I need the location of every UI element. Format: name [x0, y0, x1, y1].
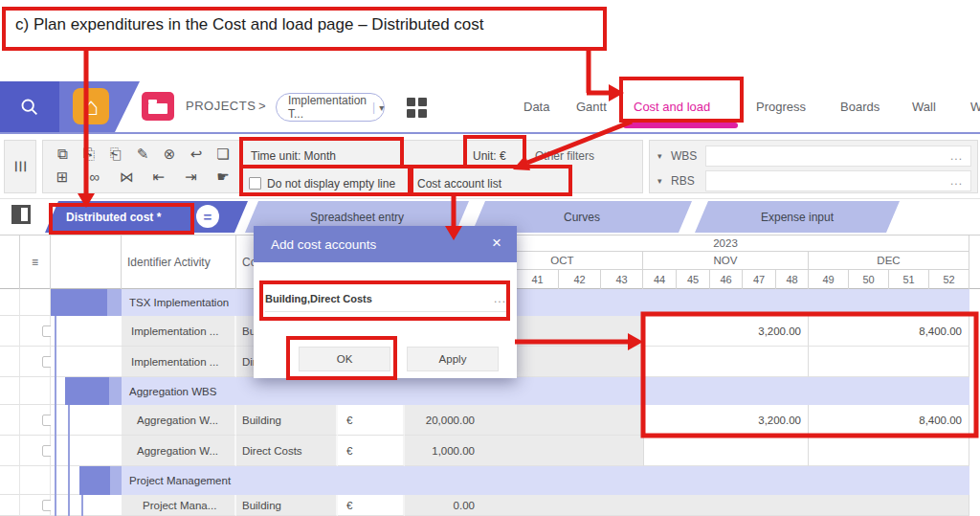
time-unit-setting[interactable]: Time unit: Month [251, 149, 336, 163]
total-cell[interactable]: 1,000.00 [405, 436, 482, 466]
apply-button[interactable]: Apply [407, 347, 499, 371]
ok-button[interactable]: OK [299, 347, 390, 371]
activity-cell[interactable]: Aggregation W... [122, 436, 236, 466]
search-icon [19, 97, 40, 118]
unit-setting[interactable]: Unit: € [473, 149, 506, 163]
summary-row-label: Project Management [122, 466, 969, 495]
ellipsis-icon[interactable]: ... [950, 174, 963, 188]
folder-body-shape [148, 103, 167, 114]
cost-account-cell[interactable]: Building [236, 405, 338, 436]
activity-cell[interactable]: Implementation ... [122, 316, 236, 347]
apps-grid-icon[interactable] [407, 98, 427, 118]
breakdown-group: ▾ WBS ... ▾ RBS ... [649, 140, 978, 193]
wbs-level-block [65, 377, 122, 405]
week-46: 46 [710, 270, 743, 289]
cancel-icon[interactable]: ⊗ [158, 146, 181, 163]
search-button[interactable] [0, 81, 59, 132]
copy-icon[interactable]: ⧉ [51, 146, 74, 163]
table-row[interactable]: Project Mana... Building € 0.00 [0, 495, 980, 516]
tree-line [68, 405, 70, 516]
col-identifier-activity[interactable]: Identifier Activity [122, 236, 236, 289]
dec-cell[interactable] [809, 347, 969, 377]
nav-tab-progress[interactable]: Progress [756, 81, 806, 132]
paste-icon[interactable]: ⎗ [104, 146, 127, 163]
week-44: 44 [643, 270, 677, 289]
ellipsis-icon[interactable]: ... [950, 149, 963, 163]
week-51: 51 [889, 270, 929, 289]
active-tab-underline [623, 123, 738, 128]
nav-tab-gantt[interactable]: Gantt [576, 81, 607, 132]
dialog-header[interactable]: Add cost accounts × [254, 226, 517, 262]
currency-cell: € [338, 405, 405, 436]
nav-tab-wall[interactable]: Wall [912, 81, 936, 132]
nav-tab-data[interactable]: Data [523, 81, 549, 132]
nov-cell[interactable] [643, 347, 809, 377]
dec-cell[interactable]: 8,400.00 [809, 405, 969, 436]
dec-cell[interactable]: 8,400.00 [809, 316, 969, 347]
table-row[interactable]: Aggregation WBS [0, 377, 980, 405]
wbs-caret-icon[interactable]: ▾ [657, 151, 671, 161]
outdent-icon[interactable]: ⇤ [147, 168, 170, 186]
project-selector[interactable]: Implementation T... | ▾ [276, 93, 385, 122]
close-icon[interactable]: × [487, 234, 506, 253]
activity-cell[interactable]: Project Mana... [122, 495, 236, 516]
pointer-icon[interactable]: ☛ [212, 168, 234, 186]
unlink-icon[interactable]: ⋈ [115, 168, 138, 186]
cost-accounts-field[interactable]: Building,Direct Costs ... [265, 285, 506, 312]
row-menu-icon[interactable]: ≡ [20, 236, 51, 289]
activity-cell[interactable]: Implementation ... [122, 347, 236, 377]
rbs-caret-icon[interactable]: ▾ [657, 176, 671, 186]
view-settings-button[interactable]: ☰ [4, 140, 36, 193]
empty-line-label: Do not display empty line [267, 177, 395, 191]
week-52: 52 [929, 270, 969, 289]
breadcrumb[interactable]: PROJECTS [186, 99, 256, 113]
sliders-icon: ☰ [11, 160, 29, 172]
chevron-down-icon[interactable]: ▾ [379, 102, 384, 113]
table-row[interactable]: Aggregation W... Building € 20,000.00 3,… [0, 405, 980, 436]
duplicate-icon[interactable]: ⎘ [78, 146, 100, 163]
week-47: 47 [743, 270, 776, 289]
ellipsis-icon[interactable]: ... [494, 292, 506, 305]
wbs-input[interactable]: ... [705, 146, 971, 167]
rbs-input[interactable]: ... [705, 170, 971, 191]
screenshot-root: c) Plan expenditures in the Cost and loa… [0, 0, 980, 516]
tab-expense-input[interactable]: Expense input [695, 201, 900, 233]
project-selector-value: Implementation T... [288, 94, 367, 121]
total-cell[interactable]: 20,000.00 [405, 405, 482, 436]
undo-icon[interactable]: ↩ [185, 146, 208, 163]
tab-distributed-cost[interactable]: Distributed cost * = [45, 201, 248, 233]
nov-cell[interactable] [643, 436, 809, 466]
currency-cell: € [338, 436, 405, 466]
week-43: 43 [601, 270, 643, 289]
wbs-label: WBS [671, 149, 705, 163]
table-row[interactable]: Project Management [0, 466, 980, 495]
nav-tab-boards[interactable]: Boards [840, 81, 880, 132]
comment-icon[interactable]: ❏ [212, 146, 234, 163]
month-dec: DEC [809, 252, 969, 270]
header-hierarchy [51, 236, 122, 289]
cost-account-list-button[interactable]: Cost account list [417, 177, 501, 191]
nav-tab-partial[interactable]: W [970, 81, 980, 132]
out-of-range-cells [482, 495, 969, 516]
tab-menu-icon[interactable]: = [196, 205, 219, 228]
nov-cell[interactable]: 3,200.00 [643, 316, 809, 347]
toolbar-icon-group: ⧉ ⎘ ⎗ ✎ ⊗ ↩ ❏ ⊞ ∞ ⋈ ⇤ ⇥ ☛ [42, 140, 241, 193]
edit-icon[interactable]: ✎ [131, 146, 154, 163]
link-icon[interactable]: ∞ [83, 168, 106, 186]
indent-icon[interactable]: ⇥ [179, 168, 202, 186]
table-row[interactable]: Aggregation W... Direct Costs € 1,000.00 [0, 436, 980, 466]
select-all-checkbox[interactable] [11, 205, 31, 224]
home-icon[interactable]: ⌂ [73, 88, 109, 124]
oct-cell [482, 405, 643, 436]
header-gutter [0, 236, 20, 289]
other-filters-button[interactable]: Other filters [535, 149, 594, 163]
dec-cell[interactable] [809, 436, 969, 466]
total-cell[interactable]: 0.00 [405, 495, 482, 516]
activity-cell[interactable]: Aggregation W... [122, 405, 236, 436]
empty-line-checkbox[interactable] [249, 177, 261, 190]
currency-cell: € [338, 495, 405, 516]
cost-account-cell[interactable]: Building [236, 495, 338, 516]
table-icon[interactable]: ⊞ [51, 168, 74, 186]
cost-account-cell[interactable]: Direct Costs [236, 436, 338, 466]
nov-cell[interactable]: 3,200.00 [643, 405, 809, 436]
